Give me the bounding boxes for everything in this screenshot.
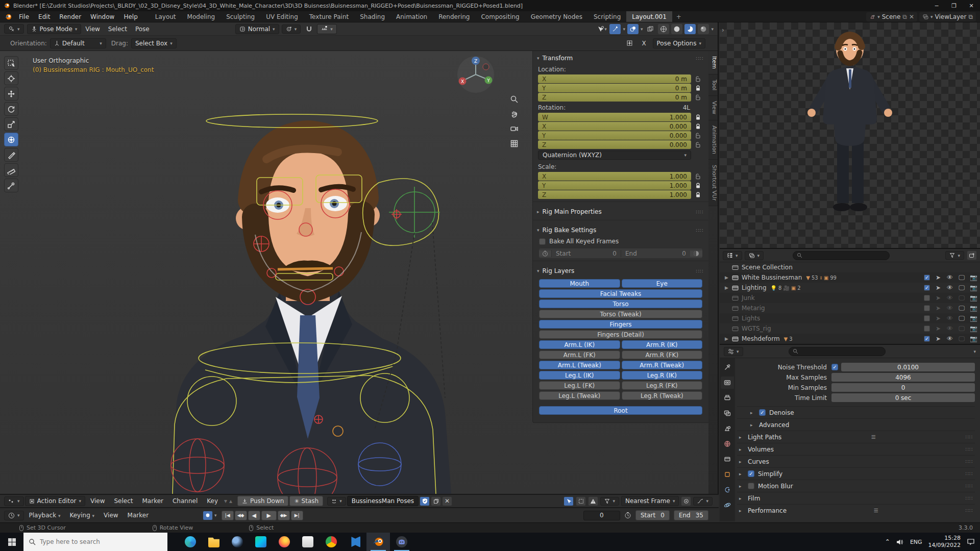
hide-eye-icon[interactable]: 👁 [946, 305, 953, 312]
rig-layer-arm-r-tweak[interactable]: Arm.R (Tweak) [622, 361, 703, 369]
region-expand-chevron-icon[interactable]: › [722, 27, 724, 34]
simplify-checkbox[interactable]: ✓ [748, 470, 754, 477]
rig-layer-arm-r-fk[interactable]: Arm.R (FK) [622, 350, 703, 359]
expand-arrow-icon[interactable]: ▶ [725, 275, 732, 280]
panel-drag-dots-icon[interactable]: ∷∷ [696, 209, 703, 215]
shading-wireframe-button[interactable] [658, 24, 669, 34]
outliner-row-meshdeform[interactable]: ▶ Meshdeform ▼3 ✓ ➤ 👁 🖵 📷 [720, 334, 980, 344]
fake-user-shield-button[interactable] [420, 496, 430, 506]
outliner-editor-type-button[interactable]: ▾ [723, 251, 742, 260]
rig-layer-fingers[interactable]: Fingers [539, 320, 702, 329]
taskbar-app-firefox[interactable] [273, 533, 296, 551]
tool-transform[interactable] [4, 133, 18, 146]
outliner-filter-dropdown[interactable]: ▾ [945, 251, 964, 260]
properties-options-dropdown[interactable]: ▾ [973, 349, 976, 354]
play-button[interactable]: ▶ [261, 511, 277, 520]
close-button[interactable]: ✕ [963, 0, 980, 11]
rig-layer-facial-tweaks[interactable]: Facial Tweaks [539, 289, 702, 298]
section-motion-blur[interactable]: ▸ Motion Blur ∷∷ [737, 480, 975, 492]
tool-measure[interactable] [4, 163, 18, 177]
hide-eye-icon[interactable]: 👁 [946, 315, 953, 322]
npanel-tab-animation[interactable]: Animation [708, 120, 718, 160]
tray-expand-caret[interactable]: ⌃ [885, 538, 890, 545]
outliner-row-wgts-rig[interactable]: WGTS_rig ➤ 👁 🖵 📷 [720, 323, 980, 334]
tab-shading[interactable]: Shading [354, 11, 390, 22]
timeline-menu-keying[interactable]: Keying ▾ [65, 512, 99, 519]
section-simplify[interactable]: ▸✓ Simplify ∷∷ [737, 467, 975, 480]
menu-file[interactable]: File [14, 11, 34, 22]
dope-menu-view[interactable]: View [86, 497, 109, 505]
noise-threshold-checkbox[interactable]: ✓ [831, 364, 838, 370]
selectable-pointer-icon[interactable]: ➤ [935, 315, 942, 322]
collection-checkbox[interactable] [924, 295, 930, 301]
taskbar-search[interactable] [23, 533, 167, 551]
easing-dropdown[interactable]: ▾ [693, 497, 713, 506]
rig-layer-arm-r-ik[interactable]: Arm.R (IK) [622, 340, 703, 349]
selectable-pointer-icon[interactable]: ➤ [935, 284, 942, 291]
bake-start-field[interactable]: Start0 [551, 250, 621, 257]
editor-type-button[interactable]: ▾ [4, 24, 24, 34]
dope-menu-marker[interactable]: Marker [138, 497, 167, 505]
rig-layer-root[interactable]: Root [539, 406, 702, 415]
outliner-search-field[interactable] [793, 251, 890, 260]
hide-eye-icon[interactable]: 👁 [946, 274, 953, 281]
tab-scripting[interactable]: Scripting [588, 11, 626, 22]
prev-keyframe-button[interactable]: ◀◆ [235, 511, 247, 520]
npanel-tab-tool[interactable]: Tool [708, 74, 718, 96]
timeline-menu-view[interactable]: View [100, 512, 122, 519]
render-disable-icon[interactable]: 📷 [970, 325, 977, 332]
dope-menu-select[interactable]: Select [110, 497, 137, 505]
render-disable-icon[interactable]: 📷 [970, 294, 977, 302]
mode-selector[interactable]: Pose Mode ▾ [27, 24, 82, 34]
notification-center-icon[interactable] [967, 538, 975, 545]
ptab-physics[interactable] [721, 499, 734, 511]
dopesheet-editor-type-button[interactable]: ▾ [4, 496, 24, 506]
zoom-icon[interactable] [510, 95, 519, 104]
rotation-y-field[interactable]: Y0.000 [538, 131, 691, 140]
scale-y-field[interactable]: Y1.000 [538, 181, 691, 190]
rig-layer-leg-r-fk[interactable]: Leg.R (FK) [622, 381, 703, 390]
ptab-output[interactable] [721, 392, 734, 404]
pivot-point-dropdown[interactable]: ▾ [282, 24, 301, 34]
npanel-tab-shortcut-vur[interactable]: Shortcut VUr [708, 160, 718, 206]
properties-editor-type-button[interactable]: ▾ [724, 347, 743, 356]
new-collection-button[interactable] [967, 251, 977, 260]
viewport-disable-icon[interactable]: 🖵 [958, 315, 965, 322]
ptab-tool[interactable] [721, 361, 734, 373]
search-input[interactable] [40, 538, 152, 545]
scale-x-lock-icon[interactable] [691, 173, 704, 180]
scale-y-lock-icon[interactable] [691, 183, 704, 189]
scale-z-field[interactable]: Z1.000 [538, 190, 691, 199]
ptab-world[interactable] [721, 438, 734, 450]
clock-icon[interactable] [539, 251, 551, 257]
tab-geometry-nodes[interactable]: Geometry Nodes [525, 11, 588, 22]
rig-layer-torso[interactable]: Torso [539, 299, 702, 308]
outliner-row-lights[interactable]: Lights ➤ 👁 🖵 📷 [720, 313, 980, 323]
scale-z-lock-icon[interactable] [691, 192, 704, 198]
navigation-gizmo[interactable]: Z X Y [456, 55, 495, 94]
render-disable-icon[interactable]: 📷 [970, 315, 977, 322]
section-denoise[interactable]: ▸✓ Denoise [737, 406, 975, 418]
taskbar-app-steam[interactable] [226, 533, 249, 551]
shading-solid-button[interactable] [671, 24, 682, 34]
selectable-pointer-icon[interactable]: ➤ [935, 335, 942, 342]
section-light-paths[interactable]: ▸Light Paths ☰∷∷ [737, 431, 975, 443]
mirror-x-toggle[interactable]: X [639, 38, 650, 48]
snap-magnet-icon[interactable] [303, 24, 314, 34]
gizmos-dropdown[interactable]: ▾ [623, 27, 625, 32]
only-selected-pointer-button[interactable] [564, 496, 574, 506]
panel-drag-dots-icon[interactable]: ∷∷ [696, 228, 703, 233]
motion-blur-checkbox[interactable] [748, 483, 754, 489]
proportional-edit-button[interactable] [681, 496, 691, 506]
shading-material-button[interactable] [684, 24, 696, 34]
outliner-display-mode-dropdown[interactable]: ▾ [745, 251, 764, 260]
tool-move[interactable] [4, 87, 18, 101]
unlink-scene-icon[interactable]: ✕ [909, 13, 914, 20]
minimize-button[interactable]: ─ [928, 0, 945, 11]
xray-toggle[interactable] [645, 24, 656, 34]
tab-sculpting[interactable]: Sculpting [220, 11, 260, 22]
outliner-row-junk[interactable]: Junk ➤ 👁 🖵 📷 [720, 293, 980, 303]
pan-hand-icon[interactable] [510, 110, 519, 118]
bake-end-field[interactable]: End0 [621, 250, 690, 257]
move-up-icon[interactable]: ▴ [229, 497, 232, 505]
